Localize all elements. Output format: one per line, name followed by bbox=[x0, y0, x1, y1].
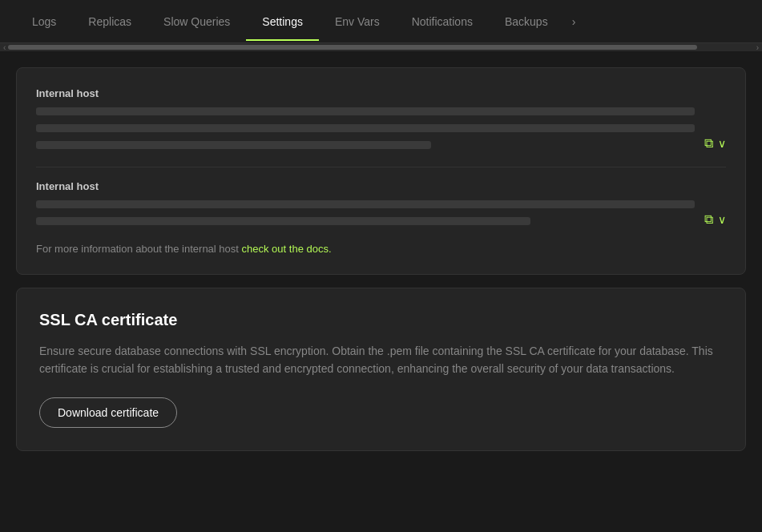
info-text-static: For more information about the internal … bbox=[36, 243, 242, 255]
internal-host-label-1: Internal host bbox=[36, 87, 726, 99]
divider bbox=[36, 167, 726, 167]
copy-icon-2[interactable]: ⧉ bbox=[704, 212, 713, 227]
info-text: For more information about the internal … bbox=[36, 243, 726, 255]
redacted-line bbox=[36, 217, 530, 225]
nav-more-button[interactable]: › bbox=[564, 2, 584, 41]
scroll-right-arrow[interactable]: › bbox=[753, 43, 762, 52]
connection-string-row-1: ⧉ ∨ bbox=[36, 107, 726, 154]
nav-item-logs[interactable]: Logs bbox=[16, 2, 72, 41]
redacted-text-2 bbox=[36, 200, 695, 230]
nav-item-settings[interactable]: Settings bbox=[246, 2, 319, 41]
scroll-left-arrow[interactable]: ‹ bbox=[0, 43, 9, 52]
chevron-down-icon-1[interactable]: ∨ bbox=[718, 137, 726, 150]
redacted-line bbox=[36, 141, 431, 149]
redacted-line bbox=[36, 107, 695, 115]
navigation-bar: Logs Replicas Slow Queries Settings Env … bbox=[0, 0, 762, 43]
main-content: Internal host ⧉ ∨ Internal host bbox=[0, 51, 762, 467]
connection-string-row-2: ⧉ ∨ bbox=[36, 200, 726, 230]
ssl-certificate-card: SSL CA certificate Ensure secure databas… bbox=[16, 288, 746, 451]
docs-link[interactable]: check out the docs. bbox=[242, 243, 332, 255]
copy-icon-1[interactable]: ⧉ bbox=[704, 136, 713, 151]
internal-host-block-1: Internal host ⧉ ∨ bbox=[36, 87, 726, 154]
download-certificate-button[interactable]: Download certificate bbox=[39, 397, 177, 428]
ssl-description: Ensure secure database connections with … bbox=[39, 342, 723, 378]
horizontal-scrollbar[interactable]: ‹ › bbox=[0, 43, 762, 51]
redacted-line bbox=[36, 200, 695, 208]
ssl-title: SSL CA certificate bbox=[39, 311, 723, 329]
nav-item-replicas[interactable]: Replicas bbox=[72, 2, 147, 41]
nav-item-env-vars[interactable]: Env Vars bbox=[319, 2, 396, 41]
nav-item-slow-queries[interactable]: Slow Queries bbox=[147, 2, 246, 41]
icon-group-2: ⧉ ∨ bbox=[704, 212, 726, 227]
icon-group-1: ⧉ ∨ bbox=[704, 136, 726, 151]
nav-item-notifications[interactable]: Notifications bbox=[396, 2, 489, 41]
internal-host-block-2: Internal host ⧉ ∨ bbox=[36, 180, 726, 230]
redacted-line bbox=[36, 124, 695, 132]
scroll-thumb[interactable] bbox=[8, 45, 697, 50]
internal-host-card: Internal host ⧉ ∨ Internal host bbox=[16, 67, 746, 275]
chevron-down-icon-2[interactable]: ∨ bbox=[718, 213, 726, 226]
nav-item-backups[interactable]: Backups bbox=[489, 2, 564, 41]
redacted-text-1 bbox=[36, 107, 695, 154]
internal-host-label-2: Internal host bbox=[36, 180, 726, 192]
